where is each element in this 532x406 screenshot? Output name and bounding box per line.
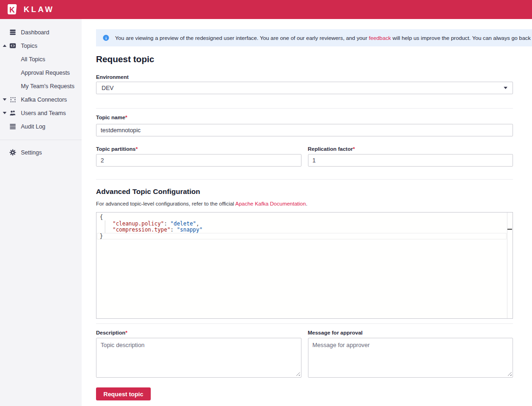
sidebar-item-settings[interactable]: Settings [0,146,82,159]
request-topic-button[interactable]: Request topic [96,387,151,400]
sidebar-item-label: My Team's Requests [21,83,74,90]
section-divider [96,179,513,180]
feedback-link[interactable]: feedback [369,35,391,41]
select-caret-icon [504,87,507,89]
topic-partitions-input[interactable] [96,154,301,167]
sidebar-item-all-topics[interactable]: All Topics [0,52,82,66]
sidebar-item-topics[interactable]: Topics [0,39,82,52]
required-asterisk: * [353,146,355,152]
description-textarea[interactable] [96,338,301,378]
main-content: i You are viewing a preview of the redes… [82,19,532,406]
topic-name-input[interactable] [96,124,513,136]
config-editor-code: { "cleanup.policy": "delete", "compressi… [96,213,513,239]
message-for-approval-label: Message for approval [308,330,513,335]
sidebar-item-label: All Topics [21,56,45,63]
required-asterisk: * [125,330,127,335]
sidebar-item-my-teams-requests[interactable]: My Team's Requests [0,79,82,93]
sidebar-item-label: Dashboard [21,29,49,36]
advanced-config-editor[interactable]: { "cleanup.policy": "delete", "compressi… [96,212,513,319]
sidebar-item-label: Topics [21,43,37,49]
message-for-approval-textarea[interactable] [308,338,513,378]
topic-partitions-label: Topic partitions* [96,146,301,152]
sidebar-item-label: Approval Requests [21,70,70,76]
sidebar-item-label: Audit Log [21,123,45,130]
required-asterisk: * [135,146,137,152]
sidebar-item-label: Settings [21,149,42,156]
sidebar-item-audit-log[interactable]: Audit Log [0,120,82,133]
users-icon [9,110,16,116]
advanced-config-hint: For advanced topic-level configurations,… [96,201,513,207]
section-divider [96,108,513,109]
sidebar-item-kafka-connectors[interactable]: Kafka Connectors [0,93,82,106]
editor-ruler-marker [507,229,512,230]
topics-icon [9,42,16,49]
banner-text: will help us improve the product. You ca… [391,35,532,41]
sidebar-item-dashboard[interactable]: Dashboard [0,26,82,39]
chevron-up-icon [3,45,6,47]
environment-select[interactable]: DEV [96,82,513,94]
required-asterisk: * [125,115,127,120]
sidebar-divider [0,140,82,140]
replication-factor-label: Replication factor* [308,146,513,152]
chevron-down-icon [3,98,6,101]
sidebar-item-label: Users and Teams [21,110,66,116]
kafka-docs-link[interactable]: Apache Kafka Documentation [235,201,306,206]
klaw-logo[interactable]: K KLAW [6,3,54,16]
gear-icon [9,149,16,156]
info-icon: i [103,35,109,41]
banner-text: You are viewing a preview of the redesig… [115,35,369,41]
sidebar-item-approval-requests[interactable]: Approval Requests [0,66,82,79]
request-topic-form: Request topic Environment DEV Topic name… [96,54,513,400]
advanced-config-title: Advanced Topic Configuration [96,187,513,195]
audit-log-icon [9,123,16,130]
sidebar: Dashboard Topics All Topics Approval Req… [0,19,82,406]
section-divider [96,323,513,324]
chevron-down-icon [3,112,6,114]
klaw-logo-icon: K [6,3,19,16]
description-label: Description* [96,330,301,335]
dashboard-icon [9,29,16,36]
replication-factor-input[interactable] [308,154,513,167]
editor-scrollbar[interactable] [507,213,513,318]
environment-selected-value: DEV [102,85,114,91]
connectors-icon [9,96,16,103]
brand-name: KLAW [24,5,54,14]
preview-banner: i You are viewing a preview of the redes… [96,29,532,46]
svg-text:K: K [9,6,15,14]
topic-name-label: Topic name* [96,115,513,120]
app-header: K KLAW [0,0,532,19]
environment-label: Environment [96,74,513,80]
sidebar-item-users-and-teams[interactable]: Users and Teams [0,106,82,120]
sidebar-item-label: Kafka Connectors [21,97,67,103]
page-title: Request topic [96,54,513,64]
